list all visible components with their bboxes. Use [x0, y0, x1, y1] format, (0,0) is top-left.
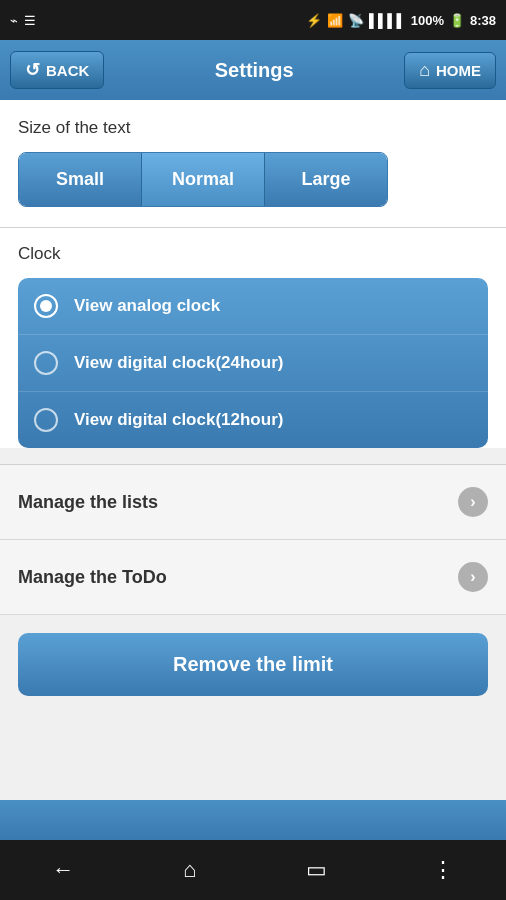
- back-button[interactable]: ↺ BACK: [10, 51, 104, 89]
- home-icon: ⌂: [419, 60, 430, 81]
- bottom-strip: [0, 800, 506, 840]
- page-title: Settings: [215, 59, 294, 82]
- home-nav-icon: ⌂: [183, 857, 196, 883]
- android-icon: ☰: [24, 13, 36, 28]
- digital-12-radio[interactable]: [34, 408, 58, 432]
- digital-12-label: View digital clock(12hour): [74, 410, 283, 430]
- analog-clock-option[interactable]: View analog clock: [18, 278, 488, 335]
- menu-nav-icon: ⋮: [432, 857, 454, 883]
- back-nav-icon: ←: [52, 857, 74, 883]
- large-size-button[interactable]: Large: [265, 153, 387, 206]
- manage-todo-chevron: ›: [458, 562, 488, 592]
- status-left-icons: ⌁ ☰: [10, 13, 36, 28]
- home-nav-button[interactable]: ⌂: [165, 845, 215, 895]
- digital-24-label: View digital clock(24hour): [74, 353, 283, 373]
- manage-lists-label: Manage the lists: [18, 492, 158, 513]
- digital-12-option[interactable]: View digital clock(12hour): [18, 392, 488, 448]
- recents-nav-icon: ▭: [306, 857, 327, 883]
- analog-clock-radio[interactable]: [34, 294, 58, 318]
- home-button[interactable]: ⌂ HOME: [404, 52, 496, 89]
- clock-options-group: View analog clock View digital clock(24h…: [18, 278, 488, 448]
- status-right-icons: ⚡ 📶 📡 ▌▌▌▌ 100% 🔋 8:38: [306, 13, 496, 28]
- recents-nav-button[interactable]: ▭: [291, 845, 341, 895]
- text-size-section: Size of the text Small Normal Large: [18, 118, 488, 207]
- time-display: 8:38: [470, 13, 496, 28]
- bars-icon: ▌▌▌▌: [369, 13, 406, 28]
- bluetooth-icon: ⚡: [306, 13, 322, 28]
- battery-text: 100%: [411, 13, 444, 28]
- manage-todo-label: Manage the ToDo: [18, 567, 167, 588]
- text-size-button-group: Small Normal Large: [18, 152, 388, 207]
- menu-nav-button[interactable]: ⋮: [418, 845, 468, 895]
- back-icon: ↺: [25, 59, 40, 81]
- manage-lists-chevron: ›: [458, 487, 488, 517]
- wifi-icon: 📡: [348, 13, 364, 28]
- manage-lists-item[interactable]: Manage the lists ›: [0, 465, 506, 540]
- main-content: Size of the text Small Normal Large Cloc…: [0, 100, 506, 448]
- digital-24-option[interactable]: View digital clock(24hour): [18, 335, 488, 392]
- signal-icon: 📶: [327, 13, 343, 28]
- digital-24-radio[interactable]: [34, 351, 58, 375]
- battery-icon: 🔋: [449, 13, 465, 28]
- nav-bar: ↺ BACK Settings ⌂ HOME: [0, 40, 506, 100]
- back-label: BACK: [46, 62, 89, 79]
- home-label: HOME: [436, 62, 481, 79]
- usb-icon: ⌁: [10, 13, 18, 28]
- analog-clock-label: View analog clock: [74, 296, 220, 316]
- back-nav-button[interactable]: ←: [38, 845, 88, 895]
- text-size-label: Size of the text: [18, 118, 488, 138]
- small-size-button[interactable]: Small: [19, 153, 142, 206]
- bottom-nav: ← ⌂ ▭ ⋮: [0, 840, 506, 900]
- clock-section-label: Clock: [18, 244, 488, 264]
- status-bar: ⌁ ☰ ⚡ 📶 📡 ▌▌▌▌ 100% 🔋 8:38: [0, 0, 506, 40]
- remove-limit-button[interactable]: Remove the limit: [18, 633, 488, 696]
- clock-section: Clock View analog clock View digital clo…: [18, 228, 488, 448]
- remove-limit-section: Remove the limit: [0, 615, 506, 714]
- manage-todo-item[interactable]: Manage the ToDo ›: [0, 540, 506, 615]
- normal-size-button[interactable]: Normal: [142, 153, 265, 206]
